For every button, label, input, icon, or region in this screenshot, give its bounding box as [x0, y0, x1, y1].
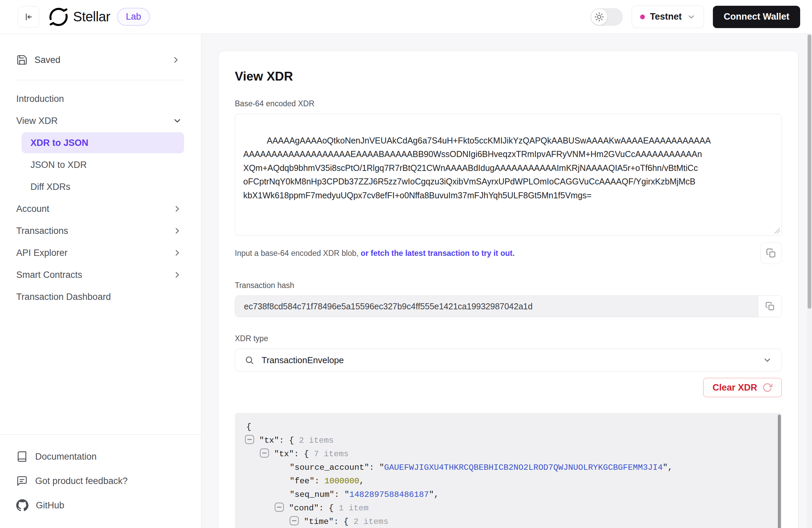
json-segment: "fee": [290, 476, 315, 486]
view-xdr-card: View XDR Base-64 encoded XDR AAAAAgAAAAo…: [218, 51, 798, 528]
json-segment: "time": [304, 517, 334, 526]
json-row: "time": { 2 items: [245, 515, 766, 528]
main-content: View XDR Base-64 encoded XDR AAAAAgAAAAo…: [201, 34, 812, 528]
collapse-sidebar-button[interactable]: [18, 6, 39, 28]
json-segment: : {: [334, 517, 353, 526]
lab-badge: Lab: [117, 8, 150, 26]
nav-label: Account: [16, 204, 49, 214]
app-root: Stellar Lab Testnet: [0, 0, 812, 528]
json-segment: 7 items: [314, 449, 349, 459]
sidebar-footer: Documentation Got product feedback? GitH…: [0, 434, 201, 528]
chevron-right-icon: [173, 226, 182, 236]
nav-label: JSON to XDR: [30, 160, 87, 170]
clear-xdr-button[interactable]: Clear XDR: [703, 378, 782, 397]
footer-label: Got product feedback?: [35, 476, 128, 486]
resize-handle[interactable]: [774, 228, 780, 233]
json-segment: "cond": [289, 504, 319, 513]
collapse-node-icon[interactable]: [245, 435, 254, 444]
json-segment: : ": [334, 490, 349, 499]
json-segment: 1482897588486187: [349, 490, 429, 499]
copy-xdr-button[interactable]: [760, 242, 782, 264]
sidebar-item-transactions[interactable]: Transactions: [0, 220, 201, 241]
nav-label: Transaction Dashboard: [16, 292, 111, 302]
copy-icon: [766, 248, 776, 258]
xdr-type-label: XDR type: [235, 334, 782, 343]
json-scrollbar-thumb[interactable]: [778, 415, 781, 528]
json-segment: "tx": [274, 449, 294, 459]
xdr-field-label: Base-64 encoded XDR: [235, 99, 782, 108]
refresh-icon: [762, 383, 772, 393]
fetch-latest-transaction-link[interactable]: or fetch the latest transaction to try i…: [361, 249, 514, 258]
sidebar-item-account[interactable]: Account: [0, 198, 201, 219]
xdr-type-select[interactable]: TransactionEnvelope: [235, 348, 782, 372]
chevron-down-icon: [173, 116, 182, 126]
json-segment: 2 items: [353, 517, 388, 526]
page-scrollbar[interactable]: [807, 34, 812, 528]
sidebar-item-github[interactable]: GitHub: [16, 495, 185, 516]
json-row: "fee": 1000000,: [245, 474, 766, 488]
theme-toggle-knob: [591, 9, 607, 25]
network-status-dot: [640, 15, 645, 19]
chevron-down-icon: [763, 355, 772, 365]
hash-field-label: Transaction hash: [235, 281, 782, 290]
collapse-node-icon[interactable]: [260, 448, 269, 458]
json-segment: ,: [359, 476, 364, 486]
json-segment: : {: [279, 436, 299, 445]
saved-label: Saved: [34, 55, 61, 65]
sidebar-divider: [16, 80, 184, 80]
helper-text: Input a base-64 encoded XDR blob, or fet…: [235, 249, 514, 258]
sidebar-nav: Introduction View XDR XDR to JSON JSON t…: [0, 88, 201, 308]
json-row: "cond": { 1 item: [245, 502, 766, 515]
nav-label: Transactions: [16, 226, 68, 236]
json-segment: {: [246, 423, 251, 431]
xdr-input[interactable]: AAAAAgAAAAoQtkoNenJnVEUAkCdAg6a7S4uH+Fkt…: [235, 114, 782, 236]
theme-toggle[interactable]: [590, 8, 623, 26]
brand-name: Stellar: [73, 9, 110, 24]
sidebar-item-introduction[interactable]: Introduction: [0, 88, 201, 109]
sidebar-item-json-to-xdr[interactable]: JSON to XDR: [21, 154, 184, 175]
json-segment: : ": [369, 463, 384, 472]
stellar-brand[interactable]: Stellar: [49, 8, 110, 26]
sidebar-item-xdr-to-json[interactable]: XDR to JSON: [21, 132, 184, 153]
transaction-hash-value[interactable]: ec738f8cd584c71f78496e5a15596ec327b9c4ff…: [235, 296, 758, 317]
footer-label: Documentation: [35, 452, 97, 462]
json-row: "seq_num": "1482897588486187",: [245, 488, 766, 502]
network-selector[interactable]: Testnet: [632, 6, 704, 28]
json-segment: "seq_num": [290, 490, 334, 499]
json-segment: : {: [319, 504, 339, 513]
json-row: {: [245, 420, 766, 434]
json-segment: ",: [663, 463, 672, 472]
copy-hash-button[interactable]: [758, 296, 782, 317]
feedback-message-icon: [16, 475, 28, 487]
connect-wallet-button[interactable]: Connect Wallet: [713, 6, 800, 28]
json-row: "tx": { 2 items: [245, 434, 766, 447]
nav-label: XDR to JSON: [30, 138, 88, 148]
search-icon: [245, 355, 254, 365]
header-right: Testnet Connect Wallet: [590, 6, 800, 28]
network-label: Testnet: [650, 12, 682, 22]
xdr-type-value: TransactionEnvelope: [262, 355, 344, 366]
sidebar-item-smart-contracts[interactable]: Smart Contracts: [0, 264, 201, 285]
collapse-node-icon[interactable]: [275, 503, 284, 512]
clear-xdr-label: Clear XDR: [712, 383, 757, 393]
json-segment: 2 items: [299, 436, 334, 445]
stellar-logo-icon: [49, 8, 68, 26]
sidebar-item-view-xdr[interactable]: View XDR: [0, 110, 201, 131]
sidebar-item-transaction-dashboard[interactable]: Transaction Dashboard: [0, 286, 201, 307]
sidebar-item-diff-xdrs[interactable]: Diff XDRs: [21, 176, 184, 197]
json-segment: :: [315, 476, 324, 486]
sidebar-item-saved[interactable]: Saved: [16, 49, 181, 71]
transaction-hash-field: ec738f8cd584c71f78496e5a15596ec327b9c4ff…: [235, 296, 782, 317]
top-bar: Stellar Lab Testnet: [0, 0, 812, 34]
sidebar-item-feedback[interactable]: Got product feedback?: [16, 470, 185, 491]
nav-label: Diff XDRs: [30, 182, 70, 192]
sidebar-item-api-explorer[interactable]: API Explorer: [0, 242, 201, 263]
chevron-down-icon: [687, 13, 696, 21]
json-segment: 1000000: [324, 476, 359, 486]
sidebar-item-documentation[interactable]: Documentation: [16, 446, 185, 467]
nav-label: Introduction: [16, 94, 64, 104]
page-scrollbar-thumb[interactable]: [808, 34, 811, 309]
helper-row: Input a base-64 encoded XDR blob, or fet…: [235, 242, 782, 264]
collapse-node-icon[interactable]: [290, 516, 299, 525]
nav-label: Smart Contracts: [16, 270, 82, 280]
